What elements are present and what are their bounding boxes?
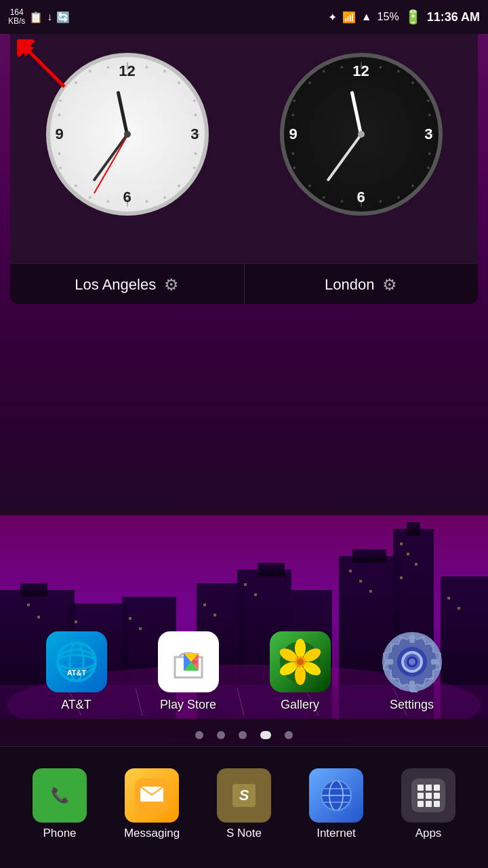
los-angeles-city: Los Angeles <box>75 276 156 294</box>
los-angeles-settings-icon[interactable]: ⚙ <box>164 275 179 294</box>
att-app-icon[interactable]: AT&T AT&T <box>29 631 124 712</box>
gallery-icon-image <box>270 631 331 692</box>
settings-label: Settings <box>390 698 434 712</box>
battery-percent: 15% <box>378 11 399 23</box>
svg-rect-26 <box>139 627 142 630</box>
snote-dock-icon[interactable]: S S Note <box>207 768 281 840</box>
svg-rect-27 <box>75 620 77 623</box>
black-12: 12 <box>352 62 369 80</box>
battery-icon: 🔋 <box>405 9 422 25</box>
phone-dock-icon[interactable]: 📞 Phone <box>22 768 97 840</box>
svg-rect-4 <box>352 549 386 563</box>
svg-rect-144 <box>418 793 424 799</box>
svg-rect-24 <box>214 614 216 616</box>
svg-rect-31 <box>458 607 460 610</box>
time-display: 11:36 AM <box>427 10 480 24</box>
att-label: AT&T <box>61 698 92 712</box>
svg-rect-28 <box>27 604 30 606</box>
svg-rect-14 <box>400 542 403 545</box>
svg-rect-16 <box>415 563 418 566</box>
signal-icon: ▲ <box>361 11 372 23</box>
white-center-dot <box>124 131 131 138</box>
svg-rect-22 <box>254 593 257 596</box>
dock: 📞 Phone Messaging S S Note <box>0 746 488 868</box>
page-dot-1[interactable] <box>195 731 203 739</box>
messaging-icon-image <box>125 768 179 823</box>
clocks-container: 12 3 6 9 <box>10 5 478 263</box>
svg-rect-30 <box>447 597 450 599</box>
black-3: 3 <box>424 125 432 143</box>
black-9: 9 <box>289 125 298 143</box>
svg-point-107 <box>295 666 306 685</box>
london-clock-face: 12 3 6 9 <box>280 53 443 216</box>
svg-point-93 <box>58 655 96 669</box>
messaging-dock-icon[interactable]: Messaging <box>115 768 189 840</box>
svg-rect-145 <box>426 793 432 799</box>
white-12: 12 <box>119 62 135 80</box>
page-dot-2[interactable] <box>217 731 225 739</box>
white-6: 6 <box>123 189 131 206</box>
status-bar: 164KB/s 📋 ↓ 🔄 ✦ 📶 ▲ 15% 🔋 11:36 AM <box>0 0 488 34</box>
london-clock-half: 12 3 6 9 <box>244 5 478 263</box>
svg-rect-6 <box>258 563 285 576</box>
black-6: 6 <box>357 189 365 206</box>
playstore-app-icon[interactable]: Play Store <box>141 631 236 712</box>
svg-rect-143 <box>434 785 440 791</box>
page-dot-5[interactable] <box>285 731 293 739</box>
svg-rect-18 <box>349 570 352 572</box>
svg-point-126 <box>409 658 415 665</box>
sd-icon: 📋 <box>29 11 43 24</box>
att-icon-image: AT&T <box>46 631 107 692</box>
london-label[interactable]: London ⚙ <box>245 263 479 304</box>
phone-label: Phone <box>43 827 76 840</box>
svg-point-104 <box>295 639 306 658</box>
settings-icon-image <box>382 631 443 692</box>
svg-text:S: S <box>239 787 249 804</box>
white-9: 9 <box>56 125 64 143</box>
clock-widget: 12 3 6 9 <box>10 5 478 304</box>
internet-label: Internet <box>317 827 356 840</box>
sync-icon: 🔄 <box>56 11 70 24</box>
svg-rect-17 <box>400 576 403 579</box>
snote-icon-image: S <box>217 768 271 823</box>
svg-rect-23 <box>203 604 206 606</box>
svg-rect-20 <box>369 590 372 593</box>
settings-app-icon[interactable]: Settings <box>365 631 460 712</box>
wifi-icon: 📶 <box>342 11 356 24</box>
svg-text:📞: 📞 <box>51 786 70 804</box>
status-left: 164KB/s 📋 ↓ 🔄 <box>8 8 70 26</box>
red-arrow <box>17 39 71 94</box>
gallery-label: Gallery <box>281 698 319 712</box>
gallery-app-icon[interactable]: Gallery <box>253 631 348 712</box>
svg-text:AT&T: AT&T <box>66 669 86 677</box>
svg-rect-21 <box>244 583 247 586</box>
playstore-icon-image <box>158 631 219 692</box>
london-city: London <box>325 276 374 294</box>
page-dot-4[interactable] <box>260 731 271 739</box>
svg-rect-148 <box>426 801 432 807</box>
svg-rect-146 <box>434 793 440 799</box>
status-right: ✦ 📶 ▲ 15% 🔋 11:36 AM <box>328 9 480 25</box>
snote-label: S Note <box>226 827 262 840</box>
white-3: 3 <box>190 125 199 143</box>
svg-rect-147 <box>418 801 424 807</box>
apps-dock-icon[interactable]: Apps <box>391 768 466 840</box>
playstore-label: Play Store <box>160 698 216 712</box>
svg-rect-11 <box>20 583 47 597</box>
app-row: AT&T AT&T Play Store <box>0 631 488 712</box>
internet-dock-icon[interactable]: Internet <box>299 768 373 840</box>
los-angeles-label[interactable]: Los Angeles ⚙ <box>10 263 245 304</box>
svg-rect-19 <box>359 580 362 583</box>
download-icon: ↓ <box>47 11 52 23</box>
svg-rect-141 <box>418 785 424 791</box>
svg-rect-142 <box>426 785 432 791</box>
apps-label: Apps <box>415 827 442 840</box>
svg-rect-15 <box>407 553 409 555</box>
data-speed: 164KB/s <box>8 8 25 26</box>
svg-rect-116 <box>385 659 393 665</box>
page-dot-3[interactable] <box>239 731 247 739</box>
svg-line-40 <box>27 50 64 87</box>
page-dots <box>0 731 488 739</box>
london-settings-icon[interactable]: ⚙ <box>382 275 397 294</box>
messaging-label: Messaging <box>124 827 180 840</box>
